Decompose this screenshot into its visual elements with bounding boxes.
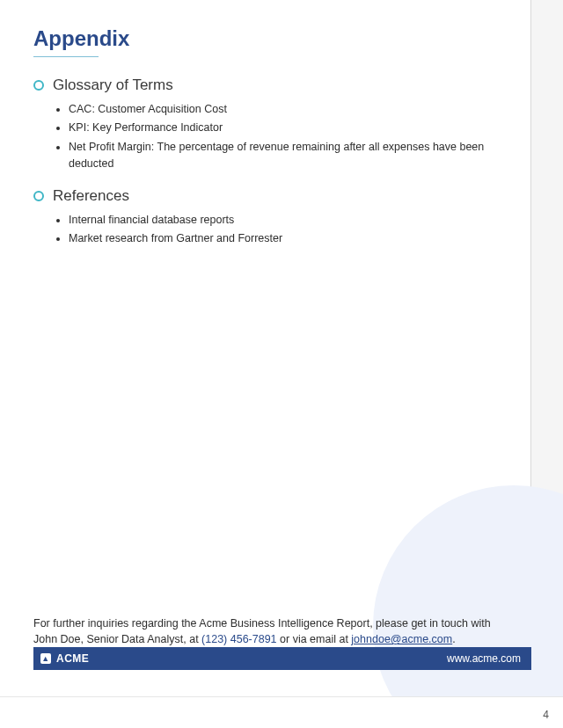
page-number: 4 [543,709,549,721]
section-glossary: Glossary of Terms CAC: Customer Acquisit… [33,76,505,173]
list-item: KPI: Key Performance Indicator [69,120,505,136]
section-heading: Glossary of Terms [53,76,173,94]
section-header: Glossary of Terms [33,76,505,94]
brand-name: ACME [56,652,89,665]
glossary-list: CAC: Customer Acquisition Cost KPI: Key … [33,101,505,173]
contact-paragraph: For further inquiries regarding the Acme… [33,615,505,647]
section-references: References Internal financial database r… [33,187,505,248]
brand-block: ▲ ACME [40,652,89,665]
page-gutter: 4 [0,696,563,728]
document-page: Appendix Glossary of Terms CAC: Customer… [0,0,531,696]
title-underline [33,56,99,57]
circle-bullet-icon [33,80,44,91]
list-item: Net Profit Margin: The percentage of rev… [69,139,505,173]
contact-text: or via email at [277,633,352,645]
list-item: CAC: Customer Acquisition Cost [69,101,505,118]
section-header: References [33,187,505,205]
list-item: Internal financial database reports [69,212,505,229]
section-heading: References [53,187,129,205]
contact-email-link[interactable]: johndoe@acme.com [351,633,452,645]
contact-phone-link[interactable]: (123) 456-7891 [201,633,276,645]
footer-site: www.acme.com [447,652,521,665]
references-list: Internal financial database reports Mark… [33,212,505,248]
decorative-blob [373,485,563,728]
brand-logo-icon: ▲ [40,653,51,664]
list-item: Market research from Gartner and Forrest… [69,230,505,247]
page-content: Appendix Glossary of Terms CAC: Customer… [33,26,505,261]
footer-bar: ▲ ACME www.acme.com [33,647,531,670]
contact-text: . [452,633,455,645]
circle-bullet-icon [33,191,44,201]
page-title: Appendix [33,26,505,51]
